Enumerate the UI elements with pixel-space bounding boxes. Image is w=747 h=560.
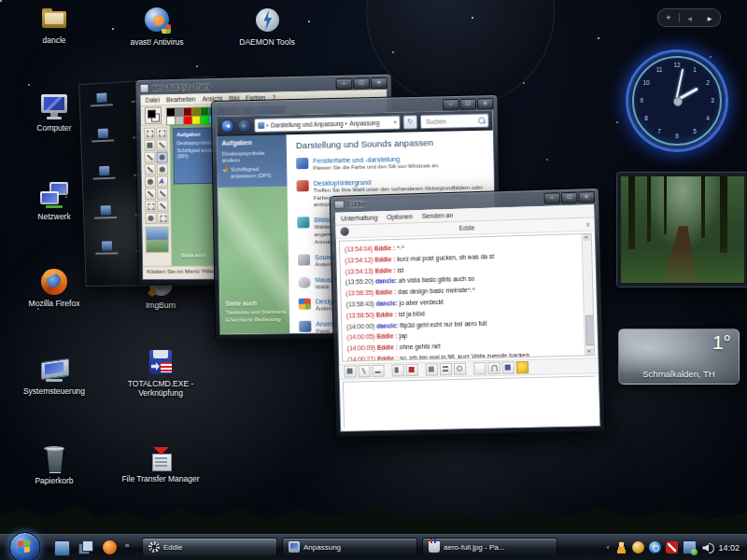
tab-close-button[interactable]: x xyxy=(586,221,590,228)
message-log[interactable]: (13:54:04) Eddie : ^.^ (13:54:12) Eddie … xyxy=(339,233,595,362)
desktop-icon-avast[interactable]: avast! Antivirus xyxy=(118,6,196,47)
tray-volume-icon[interactable] xyxy=(701,541,713,553)
tool-select[interactable] xyxy=(156,127,167,138)
weather-gadget[interactable]: 1° Schmalkalden, TH xyxy=(618,329,740,385)
task-link-desktop-icons[interactable]: Desktopsymbole ändern xyxy=(222,148,282,162)
flip3d-button[interactable] xyxy=(78,540,92,554)
desktop-icon-daemon-tools[interactable]: DAEMON Tools xyxy=(228,6,306,47)
pencil-button[interactable] xyxy=(473,362,486,374)
message-input-area[interactable] xyxy=(343,375,597,427)
tray-messenger-icon[interactable] xyxy=(615,541,627,553)
tool-curve[interactable] xyxy=(157,189,168,200)
chat-window[interactable]: Eddie – □ × Unterhaltung Optionen Senden… xyxy=(330,188,606,437)
desktop-icon-totalcmd[interactable]: TOTALCMD.EXE - Verknüpfung xyxy=(118,347,204,398)
clock-numeral: 6 xyxy=(675,133,679,139)
menu-bearbeiten[interactable]: Bearbeiten xyxy=(166,96,196,104)
paint-title: aero-full.jpg - Paint xyxy=(151,82,210,91)
system-tray: ‹ 14:02 xyxy=(607,535,747,560)
show-desktop-button[interactable] xyxy=(54,540,70,556)
quicklaunch-overflow-icon[interactable]: » xyxy=(125,541,129,550)
tray-gold-icon[interactable] xyxy=(632,541,644,553)
search-box[interactable] xyxy=(420,113,489,129)
gadget-next-icon[interactable]: ▶ xyxy=(699,15,720,21)
entry-window-color[interactable]: Fensterfarbe und -darstellungPassen Sie … xyxy=(296,154,494,173)
attach-button[interactable] xyxy=(487,362,500,374)
tool-polygon[interactable] xyxy=(157,201,168,212)
minimize-button[interactable]: – xyxy=(443,98,459,110)
tool-line[interactable] xyxy=(145,189,156,200)
back-button[interactable]: ◀ xyxy=(220,119,234,133)
tool-fill[interactable] xyxy=(156,139,167,150)
tool-rounded-rect[interactable] xyxy=(157,213,168,224)
tool-ellipse[interactable] xyxy=(145,213,156,224)
tray-avast-scanner-icon[interactable] xyxy=(666,541,678,553)
tool-options[interactable] xyxy=(145,227,168,253)
breadcrumb-item[interactable]: Anpassung xyxy=(349,119,379,127)
desktop-icon-firefox[interactable]: Mozilla Firefox xyxy=(15,267,93,308)
bold-button[interactable] xyxy=(344,365,356,377)
minimize-button[interactable]: – xyxy=(544,192,561,204)
taskbar-button-anpassung[interactable]: Anpassung xyxy=(282,538,417,556)
gadget-controls[interactable]: + ◀ ▶ xyxy=(657,8,721,27)
tray-chevron-icon[interactable]: ‹ xyxy=(607,543,610,552)
tool-rectangle[interactable] xyxy=(145,201,156,212)
see-also-link-ease[interactable]: Erleichterte Bedienung xyxy=(226,316,287,323)
underline-button[interactable] xyxy=(372,365,384,377)
smiley-button[interactable] xyxy=(516,361,529,373)
photo-gadget[interactable] xyxy=(616,172,747,287)
list-button[interactable] xyxy=(440,363,452,375)
tray-network-icon[interactable] xyxy=(683,540,697,554)
tool-pencil[interactable] xyxy=(144,164,155,175)
desktop-icon-file-transfer-manager[interactable]: File Transfer Manager xyxy=(118,442,204,483)
search-input[interactable] xyxy=(424,116,478,125)
quicklaunch-firefox-button[interactable] xyxy=(103,540,117,554)
message-input[interactable] xyxy=(344,376,599,430)
desktop-icon-dancle[interactable]: dancle xyxy=(15,4,93,45)
close-button[interactable]: × xyxy=(578,191,595,203)
history-dropdown-icon[interactable]: ▾ xyxy=(394,119,397,125)
desktop-icon-papierkorb[interactable]: Papierkorb xyxy=(15,444,93,485)
tool-text[interactable]: A xyxy=(156,176,167,188)
breadcrumb[interactable]: ▸ Darstellung und Anpassung ▸ Anpassung … xyxy=(254,115,401,133)
scroll-down-icon[interactable] xyxy=(586,348,593,355)
tool-free-select[interactable] xyxy=(144,128,155,139)
breadcrumb-item[interactable]: Darstellung und Anpassung xyxy=(271,119,344,128)
minimize-button[interactable]: – xyxy=(336,77,353,90)
forward-button[interactable]: ▶ xyxy=(237,119,251,133)
menu-unterhaltung[interactable]: Unterhaltung xyxy=(341,214,377,221)
scrollbar[interactable] xyxy=(582,234,595,356)
italic-button[interactable] xyxy=(358,365,370,377)
menu-senden-an[interactable]: Senden an xyxy=(422,212,453,219)
color-button[interactable] xyxy=(406,364,418,376)
close-button[interactable]: × xyxy=(477,98,494,110)
scroll-up-icon[interactable] xyxy=(584,234,590,241)
save-button[interactable] xyxy=(502,361,515,373)
desktop-icon-systemsteuerung[interactable]: Systemsteuerung xyxy=(11,355,97,396)
tool-color-picker[interactable] xyxy=(144,152,155,163)
close-button[interactable]: × xyxy=(371,77,388,89)
taskbar-button-eddie[interactable]: Eddie xyxy=(142,538,277,556)
clock-gadget[interactable]: 12 1 2 3 4 5 6 7 8 9 10 11 xyxy=(626,49,728,152)
refresh-button[interactable]: ↻ xyxy=(403,115,418,129)
gadget-prev-icon[interactable]: ◀ xyxy=(680,15,700,21)
add-gadget-button[interactable]: + xyxy=(658,13,679,22)
tool-brush[interactable] xyxy=(156,163,167,175)
image-button[interactable] xyxy=(426,363,438,375)
tool-airbrush[interactable] xyxy=(144,176,155,188)
taskbar-button-paint[interactable]: aero-full.jpg - Pa... xyxy=(422,538,557,556)
link-button[interactable] xyxy=(454,363,466,375)
start-button[interactable] xyxy=(9,532,40,560)
scroll-thumb[interactable] xyxy=(585,315,595,346)
see-also-link-taskbar[interactable]: Taskleiste und Startmenü xyxy=(226,309,287,315)
tray-avast-icon[interactable] xyxy=(649,541,661,553)
maximize-button[interactable]: □ xyxy=(561,191,578,203)
menu-datei[interactable]: Datei xyxy=(146,96,160,103)
tool-eraser[interactable] xyxy=(144,140,155,151)
maximize-button[interactable]: □ xyxy=(459,98,476,110)
tool-magnifier[interactable] xyxy=(156,151,167,162)
menu-optionen[interactable]: Optionen xyxy=(387,213,413,220)
task-link-dpi[interactable]: Schriftgrad anpassen (DPI) xyxy=(222,165,282,179)
mini-desktop-icon xyxy=(88,92,116,107)
font-button[interactable] xyxy=(391,364,403,376)
maximize-button[interactable]: □ xyxy=(353,77,370,90)
